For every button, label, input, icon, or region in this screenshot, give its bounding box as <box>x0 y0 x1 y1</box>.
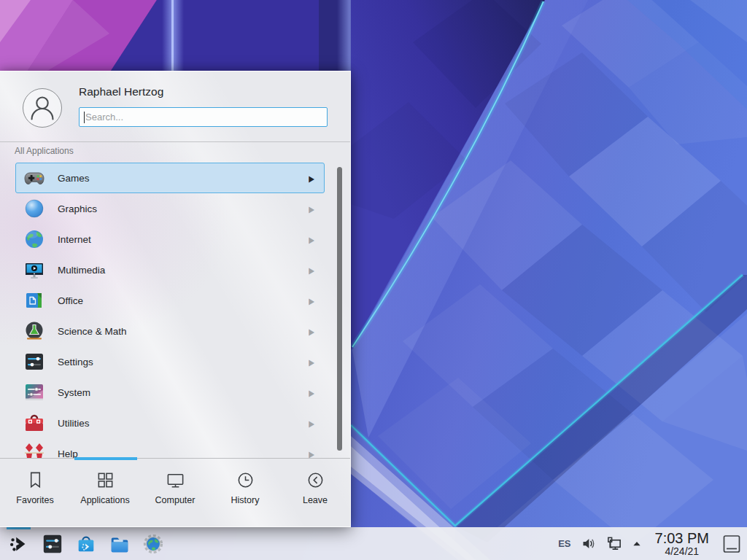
menu-item-system[interactable]: System ▶ <box>15 377 325 408</box>
tab-label: Computer <box>155 495 196 505</box>
toolbox-icon <box>23 411 46 435</box>
discover-button[interactable] <box>74 532 97 555</box>
discover-bag-icon <box>75 533 97 555</box>
tab-history[interactable]: History <box>210 459 280 528</box>
category-list: Games ▶ Graphics ▶ Internet ▶ <box>15 163 325 458</box>
submenu-arrow-icon: ▶ <box>309 235 314 244</box>
application-launcher-panel: Raphael Hertzog All Applications Games ▶ <box>0 71 351 527</box>
header-separator <box>0 141 350 142</box>
web-browser-button[interactable] <box>142 532 164 555</box>
menu-item-label: Office <box>58 295 83 306</box>
tab-label: History <box>231 495 260 505</box>
menu-item-graphics[interactable]: Graphics ▶ <box>15 193 325 224</box>
clock-time: 7:03 PM <box>655 531 709 545</box>
menu-item-multimedia[interactable]: Multimedia ▶ <box>15 254 325 285</box>
user-name: Raphael Hertzog <box>79 85 163 98</box>
menu-item-internet[interactable]: Internet ▶ <box>15 224 325 254</box>
submenu-arrow-icon: ▶ <box>309 204 314 214</box>
menu-item-label: Settings <box>58 357 93 368</box>
system-tray: ES 7:03 PM 4/24/21 <box>558 531 747 556</box>
tab-label: Leave <box>303 495 328 505</box>
digital-clock[interactable]: 7:03 PM 4/24/21 <box>655 531 709 556</box>
system-sliders-icon <box>23 381 46 404</box>
folder-icon <box>109 533 131 555</box>
menu-item-settings[interactable]: Settings ▶ <box>15 346 325 377</box>
text-cursor <box>84 112 85 123</box>
section-label: All Applications <box>15 146 74 156</box>
system-settings-icon <box>42 533 63 555</box>
documents-icon <box>23 289 46 312</box>
file-manager-button[interactable] <box>108 532 131 555</box>
menu-item-help[interactable]: Help ▶ <box>15 438 325 458</box>
submenu-arrow-icon: ▶ <box>309 357 314 367</box>
computer-icon <box>166 470 185 490</box>
user-icon <box>23 88 61 128</box>
menu-item-games[interactable]: Games ▶ <box>15 163 325 193</box>
help-icon <box>23 442 46 458</box>
search-input[interactable] <box>80 108 327 126</box>
app-launcher-button[interactable] <box>7 532 30 555</box>
tab-favorites[interactable]: Favorites <box>0 459 70 528</box>
submenu-arrow-icon: ▶ <box>309 449 314 458</box>
tab-label: Applications <box>80 495 129 505</box>
wired-network-icon[interactable] <box>605 535 622 552</box>
taskbar: ES 7:03 PM 4/24/21 <box>0 527 747 560</box>
scrollbar-thumb[interactable] <box>337 167 342 451</box>
gamepad-icon <box>23 166 46 190</box>
menu-item-label: Graphics <box>58 203 97 214</box>
grid-icon <box>96 470 115 490</box>
expand-tray-icon[interactable] <box>632 539 642 549</box>
menu-item-label: Multimedia <box>58 265 105 276</box>
search-box[interactable] <box>79 107 328 127</box>
tab-computer[interactable]: Computer <box>140 459 210 528</box>
keyboard-layout-indicator[interactable]: ES <box>558 538 570 549</box>
menu-item-label: System <box>58 387 90 398</box>
globe-gear-icon <box>142 533 164 555</box>
flask-icon <box>23 319 46 343</box>
avatar[interactable] <box>23 88 62 128</box>
show-desktop-button[interactable] <box>722 534 741 554</box>
menu-item-utilities[interactable]: Utilities ▶ <box>15 408 325 438</box>
menu-item-label: Games <box>58 173 90 184</box>
menu-item-office[interactable]: Office ▶ <box>15 285 325 316</box>
show-desktop-icon <box>722 534 741 554</box>
tab-leave[interactable]: Leave <box>280 459 350 528</box>
sphere-icon <box>23 197 46 220</box>
submenu-arrow-icon: ▶ <box>309 327 314 336</box>
menu-item-label: Help <box>58 448 78 459</box>
menu-item-science-math[interactable]: Science & Math ▶ <box>15 316 325 346</box>
taskbar-pinned-apps <box>0 532 164 555</box>
leave-icon <box>306 470 325 490</box>
system-settings-button[interactable] <box>41 532 63 555</box>
menu-item-label: Science & Math <box>58 326 127 337</box>
submenu-arrow-icon: ▶ <box>309 388 314 397</box>
menu-item-label: Utilities <box>58 418 90 429</box>
clock-icon <box>236 470 255 490</box>
tab-label: Favorites <box>16 495 53 505</box>
globe-icon <box>23 228 46 251</box>
tab-applications[interactable]: Applications <box>70 459 140 528</box>
monitor-play-icon <box>23 258 46 281</box>
menu-item-label: Internet <box>58 234 91 245</box>
volume-icon[interactable] <box>581 536 596 551</box>
submenu-arrow-icon: ▶ <box>309 419 314 428</box>
submenu-arrow-icon: ▶ <box>309 265 314 275</box>
submenu-arrow-icon: ▶ <box>309 174 314 183</box>
submenu-arrow-icon: ▶ <box>309 296 314 306</box>
kde-kickoff-icon <box>8 533 30 555</box>
sliders-icon <box>23 350 46 373</box>
bookmark-icon <box>26 470 45 490</box>
launcher-tab-bar: Favorites Applications Computer Histor <box>0 458 350 528</box>
clock-date: 4/24/21 <box>655 546 709 556</box>
